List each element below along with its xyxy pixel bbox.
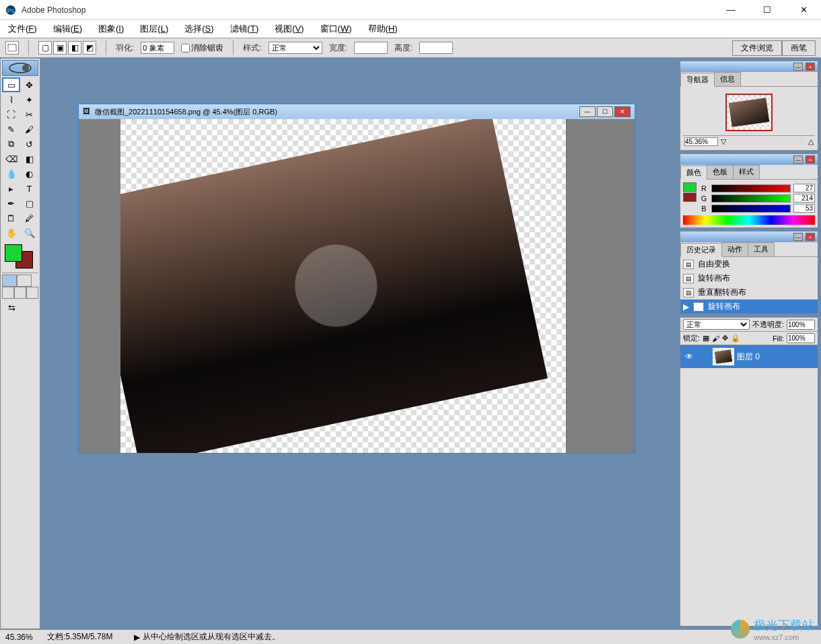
eyedropper-tool-icon[interactable]: 🖉	[20, 211, 38, 225]
brush-tool-icon[interactable]: 🖌	[20, 122, 38, 137]
layer-name[interactable]: 图层 0	[737, 351, 760, 363]
zoom-tool-icon[interactable]: 🔍	[20, 225, 38, 240]
screen-full-icon[interactable]	[26, 287, 38, 299]
r-input[interactable]	[793, 184, 815, 192]
history-item[interactable]: ▤自由变换	[680, 257, 818, 271]
tab-info[interactable]: 信息	[714, 72, 741, 86]
history-item[interactable]: ▤垂直翻转画布	[680, 285, 818, 299]
selection-new-icon[interactable]: ▢	[38, 41, 52, 55]
selection-intersect-icon[interactable]: ◩	[83, 41, 96, 55]
crop-tool-icon[interactable]: ⛶	[2, 107, 20, 122]
panel-minimize-button[interactable]: —	[793, 233, 803, 241]
tab-styles[interactable]: 样式	[733, 165, 760, 179]
menu-window[interactable]: 窗口(W)	[318, 22, 355, 36]
panel-close-button[interactable]: ×	[806, 233, 815, 241]
jump-to-imageready-icon[interactable]: ⇆	[2, 300, 21, 315]
layer-visibility-icon[interactable]: 👁	[683, 352, 695, 361]
screen-standard-icon[interactable]	[2, 287, 14, 299]
hand-tool-icon[interactable]: ✋	[2, 225, 20, 240]
slice-tool-icon[interactable]: ✂	[20, 107, 38, 122]
opacity-input[interactable]	[787, 320, 815, 330]
g-slider[interactable]	[711, 194, 791, 203]
layer-thumbnail[interactable]	[713, 348, 734, 365]
tab-history[interactable]: 历史记录	[680, 243, 722, 257]
marquee-tool-preset-icon[interactable]	[5, 41, 19, 55]
antialias-check[interactable]	[181, 44, 190, 52]
menu-image[interactable]: 图象(I)	[96, 22, 127, 36]
canvas[interactable]	[120, 119, 566, 453]
shape-tool-icon[interactable]: ▢	[20, 196, 38, 211]
navigator-thumbnail[interactable]	[725, 94, 773, 131]
canvas-area[interactable]	[79, 119, 635, 453]
menu-filter[interactable]: 滤镜(T)	[227, 22, 262, 36]
path-selection-tool-icon[interactable]: ▸	[2, 181, 20, 196]
gradient-tool-icon[interactable]: ◧	[20, 151, 38, 166]
healing-brush-tool-icon[interactable]: ✎	[2, 122, 20, 137]
fill-input[interactable]	[787, 333, 815, 343]
tab-navigator[interactable]: 导航器	[680, 73, 715, 87]
close-button[interactable]: ✕	[791, 3, 816, 17]
lock-position-icon[interactable]: ✥	[722, 334, 728, 343]
lock-transparency-icon[interactable]: ▦	[703, 334, 709, 343]
width-input[interactable]	[354, 42, 388, 54]
tab-actions[interactable]: 动作	[721, 242, 748, 256]
move-tool-icon[interactable]: ✥	[20, 77, 38, 92]
blend-mode-select[interactable]: 正常	[683, 319, 750, 330]
dodge-tool-icon[interactable]: ◐	[20, 166, 38, 181]
style-select[interactable]: 正常	[269, 42, 322, 54]
foreground-color-swatch[interactable]	[5, 244, 22, 262]
layer-row[interactable]: 👁 图层 0	[680, 345, 818, 368]
magic-wand-tool-icon[interactable]: ✦	[20, 92, 38, 107]
navigator-zoom-input[interactable]	[684, 137, 718, 146]
selection-subtract-icon[interactable]: ◧	[68, 41, 81, 55]
clone-stamp-tool-icon[interactable]: ⧉	[2, 137, 20, 151]
tab-tool-presets[interactable]: 工具	[748, 242, 775, 256]
layer-link-icon[interactable]	[698, 352, 710, 361]
notes-tool-icon[interactable]: 🗒	[2, 211, 20, 225]
menu-help[interactable]: 帮助(H)	[365, 22, 400, 36]
status-doc-size[interactable]: 文档:5.35M/5.78M	[47, 631, 112, 643]
tab-color[interactable]: 颜色	[680, 166, 707, 180]
panel-close-button[interactable]: ×	[806, 155, 815, 164]
lock-pixels-icon[interactable]: 🖌	[712, 334, 719, 343]
history-item[interactable]: ▶▤旋转画布	[680, 299, 818, 314]
panel-minimize-button[interactable]: —	[793, 63, 803, 71]
eraser-tool-icon[interactable]: ⌫	[2, 151, 20, 166]
history-item[interactable]: ▤旋转画布	[680, 271, 818, 285]
b-slider[interactable]	[711, 205, 791, 213]
canvas-image[interactable]	[120, 119, 548, 453]
b-input[interactable]	[793, 204, 815, 213]
document-maximize-button[interactable]: ☐	[597, 106, 613, 117]
dock-tab-file-browser[interactable]: 文件浏览	[732, 40, 782, 56]
maximize-button[interactable]: ☐	[755, 3, 779, 17]
antialias-checkbox[interactable]: 消除锯齿	[181, 42, 223, 54]
panel-minimize-button[interactable]: —	[793, 155, 803, 164]
panel-close-button[interactable]: ×	[806, 63, 815, 71]
history-brush-tool-icon[interactable]: ↺	[20, 137, 38, 151]
menu-select[interactable]: 选择(S)	[182, 22, 216, 36]
zoom-in-icon[interactable]: △	[808, 137, 814, 146]
menu-edit[interactable]: 编辑(E)	[50, 22, 85, 36]
document-minimize-button[interactable]: —	[579, 106, 596, 117]
feather-input[interactable]	[141, 42, 174, 54]
screen-full-menubar-icon[interactable]	[14, 287, 26, 299]
status-zoom[interactable]: 45.36%	[5, 633, 39, 642]
g-input[interactable]	[793, 194, 815, 203]
selection-add-icon[interactable]: ▣	[53, 41, 67, 55]
document-titlebar[interactable]: 🖼 微信截图_20221110154658.png @ 45.4%(图层 0,R…	[79, 104, 635, 119]
menu-file[interactable]: 文件(F)	[5, 22, 40, 36]
standard-mode-icon[interactable]	[2, 275, 17, 287]
marquee-tool-icon[interactable]: ▭	[2, 77, 20, 92]
tab-swatches[interactable]: 色板	[707, 165, 734, 179]
menu-view[interactable]: 视图(V)	[272, 22, 306, 36]
quickmask-mode-icon[interactable]	[17, 275, 32, 287]
dock-tab-brushes[interactable]: 画笔	[782, 40, 816, 56]
menu-layer[interactable]: 图层(L)	[137, 22, 171, 36]
blur-tool-icon[interactable]: 💧	[2, 166, 20, 181]
color-spectrum[interactable]	[683, 215, 815, 225]
lasso-tool-icon[interactable]: ⌇	[2, 92, 20, 107]
lock-all-icon[interactable]: 🔒	[731, 334, 740, 343]
color-fgbg-swatch[interactable]	[683, 182, 697, 214]
document-close-button[interactable]: ✕	[614, 106, 631, 117]
navigator-zoom-slider[interactable]	[729, 139, 806, 145]
